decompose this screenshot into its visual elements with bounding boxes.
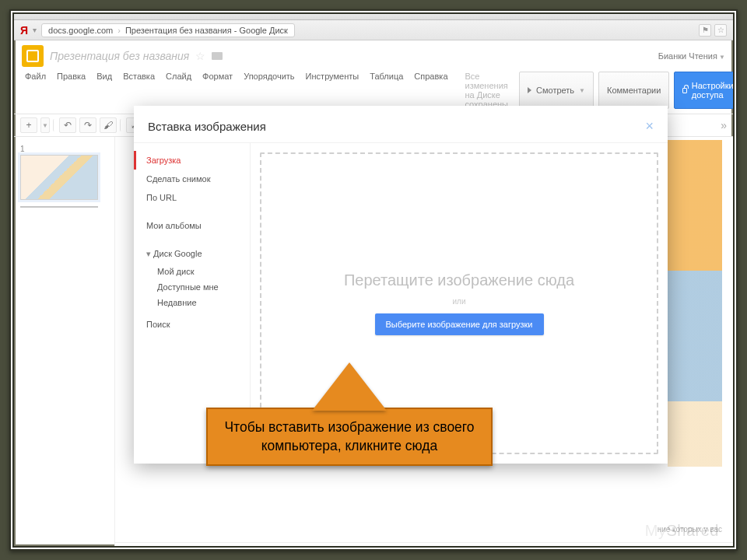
- new-slide-dropdown[interactable]: ▼: [40, 117, 50, 133]
- presentation-frame: Я ▾ docs.google.com › Презентация без на…: [9, 9, 738, 551]
- yandex-logo[interactable]: Я: [20, 24, 28, 37]
- new-slide-button[interactable]: +: [20, 117, 37, 133]
- sidebar-item-mydrive[interactable]: Мой диск: [134, 264, 250, 279]
- undo-button[interactable]: ↶: [59, 117, 76, 133]
- menu-arrange[interactable]: Упорядочить: [244, 72, 294, 109]
- yandex-dropdown-icon[interactable]: ▾: [33, 26, 37, 34]
- folder-icon[interactable]: [212, 52, 223, 60]
- sidebar-item-shared[interactable]: Доступные мне: [134, 279, 250, 295]
- menu-slide[interactable]: Слайд: [166, 72, 191, 109]
- tutorial-callout: Чтобы вставить изображение из своего ком…: [206, 359, 493, 466]
- present-label: Смотреть: [536, 86, 574, 95]
- watermark-a: My: [645, 522, 667, 539]
- doc-title[interactable]: Презентация без названия: [50, 50, 189, 62]
- account-menu[interactable]: Бианки Чтения: [658, 51, 725, 61]
- sidebar-item-drive[interactable]: Диск Google: [134, 244, 250, 264]
- choose-file-button[interactable]: Выберите изображение для загрузки: [375, 313, 544, 335]
- share-button[interactable]: Настройки доступа: [674, 72, 738, 109]
- save-status: Все изменения на Диске сохранены: [465, 72, 509, 109]
- address-bar: Я ▾ docs.google.com › Презентация без на…: [14, 20, 733, 40]
- comments-button[interactable]: Комментарии: [598, 72, 669, 109]
- menu-view[interactable]: Вид: [96, 72, 112, 109]
- sidebar-item-byurl[interactable]: По URL: [134, 188, 250, 207]
- slides-logo-icon[interactable]: [22, 45, 44, 67]
- play-icon: [528, 87, 531, 93]
- thumb-separator: [20, 206, 98, 208]
- star-icon[interactable]: ☆: [714, 24, 727, 37]
- app-header: Презентация без названия ☆ Бианки Чтения: [14, 40, 733, 68]
- menu-edit[interactable]: Правка: [57, 72, 86, 109]
- dropzone-or: или: [452, 297, 465, 306]
- callout-text: Чтобы вставить изображение из своего ком…: [206, 408, 493, 466]
- menu-file[interactable]: Файл: [25, 72, 46, 109]
- watermark: MyShared: [645, 522, 719, 540]
- slide-thumbnail-1[interactable]: [20, 155, 98, 200]
- sidebar-item-albums[interactable]: Мои альбомы: [134, 216, 250, 235]
- watermark-b: Shared: [667, 522, 720, 539]
- dropzone-text: Перетащите изображение сюда: [344, 271, 574, 289]
- sidebar-item-upload[interactable]: Загрузка: [134, 151, 250, 170]
- menu-tools[interactable]: Инструменты: [306, 72, 359, 109]
- close-icon[interactable]: ×: [645, 118, 654, 135]
- doc-star-icon[interactable]: ☆: [195, 50, 205, 62]
- url-display[interactable]: docs.google.com › Презентация без назван…: [41, 23, 295, 37]
- url-host: docs.google.com: [48, 26, 113, 35]
- dialog-title: Вставка изображения: [148, 120, 266, 133]
- dialog-title-bar: Вставка изображения ×: [134, 106, 668, 143]
- slide-artwork: [668, 140, 722, 467]
- sidebar-item-snapshot[interactable]: Сделать снимок: [134, 170, 250, 188]
- menu-help[interactable]: Справка: [414, 72, 447, 109]
- thumb-number: 1: [20, 145, 108, 153]
- callout-arrow-icon: [312, 362, 387, 411]
- present-button[interactable]: Смотреть▼: [519, 72, 594, 109]
- lock-icon: [682, 88, 686, 93]
- sidebar-item-search[interactable]: Поиск: [134, 315, 250, 334]
- slide-thumbnails-panel: 1: [14, 137, 115, 551]
- speaker-notes-placeholder[interactable]: Нажмите здесь, чтобы добавить примечание…: [115, 542, 733, 551]
- redo-button[interactable]: ↷: [79, 117, 96, 133]
- menu-format[interactable]: Формат: [202, 72, 233, 109]
- share-label: Настройки доступа: [692, 81, 735, 100]
- url-sep: ›: [117, 26, 121, 35]
- paint-format-button[interactable]: 🖌: [100, 117, 117, 133]
- url-page-title: Презентация без названия - Google Диск: [125, 26, 288, 35]
- toolbar-separator: [53, 119, 56, 131]
- collapse-panel-icon[interactable]: »: [721, 119, 727, 131]
- browser-tab-strip: [14, 14, 733, 20]
- toolbar-separator: [120, 119, 123, 131]
- bookmark-icon[interactable]: ⚑: [699, 24, 711, 37]
- sidebar-item-recent[interactable]: Недавние: [134, 295, 250, 310]
- menu-table[interactable]: Таблица: [370, 72, 403, 109]
- menu-insert[interactable]: Вставка: [123, 72, 155, 109]
